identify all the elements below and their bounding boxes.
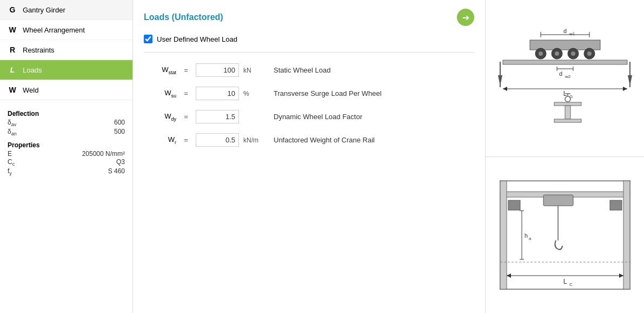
param-row-w-su: Wsu=%Transverse Surge Load Per Wheel bbox=[144, 87, 474, 100]
param-unit-w-stat: kN bbox=[243, 67, 265, 74]
param-row-w-dy: Wdy=Dynamic Wheel Load Factor bbox=[144, 110, 474, 123]
sidebar: GGantry GirderWWheel ArrangementRRestrai… bbox=[0, 0, 133, 313]
svg-rect-41 bbox=[610, 200, 622, 210]
svg-rect-37 bbox=[500, 181, 507, 289]
sidebar-item-wheel-arrangement[interactable]: WWheel Arrangement bbox=[0, 20, 132, 40]
svg-rect-40 bbox=[508, 200, 520, 210]
nav-label-gantry-girder: Gantry Girder bbox=[23, 6, 65, 14]
prop-value-cc: Q3 bbox=[116, 158, 125, 167]
svg-point-7 bbox=[539, 51, 543, 56]
param-input-w-stat[interactable] bbox=[196, 63, 239, 77]
properties-title: Properties bbox=[8, 141, 125, 149]
nav-label-weld: Weld bbox=[23, 86, 38, 94]
param-equals-w-dy: = bbox=[181, 113, 191, 121]
svg-text:d: d bbox=[563, 28, 566, 34]
nav-label-restraints: Restraints bbox=[23, 46, 55, 54]
param-equals-w-r: = bbox=[181, 136, 191, 144]
svg-marker-21 bbox=[503, 87, 507, 91]
diagram-top: d w1 d w2 L G bbox=[486, 0, 644, 157]
sidebar-properties: Deflection δav 600 δan 500 Properties E … bbox=[0, 100, 132, 313]
checkbox-label[interactable]: User Defined Wheel Load bbox=[157, 35, 237, 43]
svg-rect-38 bbox=[623, 181, 630, 289]
user-defined-wheel-load-row: User Defined Wheel Load bbox=[144, 35, 474, 53]
svg-text:a: a bbox=[529, 236, 532, 241]
svg-marker-51 bbox=[619, 273, 623, 278]
param-equals-w-su: = bbox=[181, 89, 191, 97]
svg-rect-31 bbox=[554, 119, 581, 122]
param-name-w-dy: Wdy bbox=[144, 112, 176, 122]
param-input-w-dy[interactable] bbox=[196, 110, 239, 123]
prop-row-fy: fy S 460 bbox=[8, 167, 125, 176]
deflection-title: Deflection bbox=[8, 110, 125, 118]
prop-value-fy: S 460 bbox=[108, 167, 125, 176]
prop-label-cc: Cc bbox=[8, 158, 15, 167]
prop-value-e: 205000 N/mm² bbox=[82, 150, 125, 158]
nav-letter-weld: W bbox=[8, 86, 17, 94]
svg-text:h: h bbox=[525, 232, 528, 239]
param-row-w-stat: Wstat=kNStatic Wheel Load bbox=[144, 63, 474, 77]
svg-rect-39 bbox=[543, 195, 573, 206]
param-equals-w-stat: = bbox=[181, 66, 191, 74]
svg-text:w1: w1 bbox=[569, 31, 575, 36]
param-row-w-r: Wr=kN/mUnfactored Weight of Crane Rail bbox=[144, 133, 474, 147]
prop-row-dan: δan 500 bbox=[8, 128, 125, 136]
param-unit-w-r: kN/m bbox=[243, 136, 265, 144]
param-input-w-r[interactable] bbox=[196, 133, 239, 147]
nav-letter-gantry-girder: G bbox=[8, 5, 17, 14]
sidebar-item-weld[interactable]: WWeld bbox=[0, 80, 132, 100]
svg-text:L: L bbox=[563, 278, 567, 285]
prop-label-fy: fy bbox=[8, 167, 12, 176]
prop-value-dav: 600 bbox=[114, 119, 125, 127]
nav-letter-loads: L bbox=[8, 66, 17, 74]
user-defined-wheel-load-checkbox[interactable] bbox=[144, 35, 152, 43]
section-title: Loads (Unfactored) bbox=[144, 12, 223, 22]
prop-row-e: E 205000 N/mm² bbox=[8, 150, 125, 158]
diagram-bottom: h a L C bbox=[486, 157, 644, 314]
diagrams-panel: d w1 d w2 L G bbox=[485, 0, 644, 313]
svg-point-9 bbox=[555, 51, 559, 56]
prop-row-dav: δav 600 bbox=[8, 119, 125, 127]
sidebar-item-gantry-girder[interactable]: GGantry Girder bbox=[0, 0, 132, 20]
param-name-w-stat: Wstat bbox=[144, 66, 176, 75]
svg-text:C: C bbox=[569, 282, 573, 287]
prop-label-e: E bbox=[8, 150, 12, 158]
sidebar-item-restraints[interactable]: RRestraints bbox=[0, 40, 132, 60]
prop-value-dan: 500 bbox=[114, 128, 125, 136]
param-input-w-su[interactable] bbox=[196, 87, 239, 100]
svg-point-32 bbox=[565, 96, 570, 102]
nav-letter-wheel-arrangement: W bbox=[8, 25, 17, 34]
nav-label-loads: Loads bbox=[23, 66, 42, 74]
prop-label-dav: δav bbox=[8, 119, 16, 127]
nav-label-wheel-arrangement: Wheel Arrangement bbox=[23, 26, 85, 34]
section-header: Loads (Unfactored) bbox=[144, 9, 474, 26]
nav-letter-restraints: R bbox=[8, 45, 17, 54]
svg-rect-29 bbox=[554, 102, 581, 106]
main-content: Loads (Unfactored) User Defined Wheel Lo… bbox=[133, 0, 485, 313]
svg-point-11 bbox=[571, 51, 575, 56]
param-desc-w-su: Transverse Surge Load Per Wheel bbox=[274, 89, 382, 97]
param-desc-w-r: Unfactored Weight of Crane Rail bbox=[274, 136, 375, 144]
svg-point-13 bbox=[587, 51, 592, 56]
svg-marker-50 bbox=[507, 273, 511, 278]
prop-label-dan: δan bbox=[8, 128, 17, 136]
svg-text:d: d bbox=[559, 70, 562, 77]
param-desc-w-dy: Dynamic Wheel Load Factor bbox=[274, 113, 362, 121]
param-unit-w-su: % bbox=[243, 90, 265, 97]
svg-text:G: G bbox=[569, 94, 573, 99]
prop-row-cc: Cc Q3 bbox=[8, 158, 125, 167]
svg-rect-14 bbox=[503, 60, 627, 64]
svg-marker-22 bbox=[623, 87, 627, 91]
next-button[interactable] bbox=[457, 9, 474, 26]
svg-rect-30 bbox=[565, 106, 570, 119]
svg-text:w2: w2 bbox=[565, 74, 571, 79]
sidebar-item-loads[interactable]: LLoads bbox=[0, 60, 132, 80]
param-desc-w-stat: Static Wheel Load bbox=[274, 66, 331, 74]
param-name-w-su: Wsu bbox=[144, 89, 176, 99]
param-name-w-r: Wr bbox=[144, 135, 176, 145]
